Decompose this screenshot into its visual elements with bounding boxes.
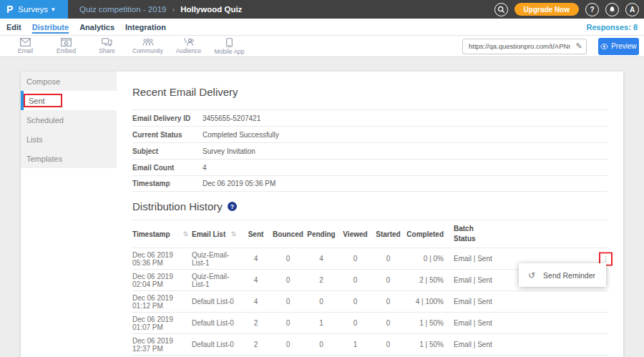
- cell-batch-status: Email | Sent: [444, 276, 509, 284]
- field-row: Subject Survey Invitation: [132, 142, 608, 159]
- channel-embed-label: Embed: [57, 47, 76, 54]
- send-reminder-icon: ↺: [528, 270, 535, 280]
- sort-icon[interactable]: ⇅: [182, 230, 188, 238]
- sort-icon[interactable]: ⇅: [230, 230, 236, 238]
- breadcrumb-current: Hollywood Quiz: [180, 5, 242, 14]
- chevron-down-icon: ▾: [52, 6, 55, 13]
- sidebar-item-compose[interactable]: Compose: [21, 72, 117, 91]
- field-row: Email Count 4: [132, 159, 608, 175]
- cell-started: 0: [372, 319, 404, 327]
- cell-started: 0: [372, 255, 404, 263]
- cell-email-list: Quiz-Email-List-1: [192, 251, 240, 267]
- channel-community[interactable]: Community: [127, 38, 168, 54]
- channel-embed[interactable]: Embed: [46, 38, 87, 54]
- edit-url-button[interactable]: ✎: [572, 41, 586, 51]
- breadcrumb-parent-link[interactable]: Quiz competition - 2019: [79, 5, 166, 14]
- recent-delivery-table: Email Delivery ID 3455655-5207421 Curren…: [132, 109, 608, 192]
- channel-share[interactable]: Share: [87, 38, 127, 54]
- cell-completed: 1 | 50%: [404, 341, 444, 348]
- cell-pending: 1: [304, 319, 338, 327]
- top-bar: P Surveys ▾ Quiz competition - 2019 › Ho…: [0, 0, 644, 19]
- table-row: Dec 06 2019 01:12 PM Default List-0 4 0 …: [132, 291, 608, 313]
- distribution-history-title: Distribution History: [132, 200, 223, 212]
- field-label: Email Delivery ID: [132, 114, 203, 122]
- survey-url-box: ✎: [462, 39, 587, 54]
- column-header-batch-status: Batch Status: [444, 224, 509, 245]
- survey-section-nav: Edit Distribute Analytics Integration Re…: [0, 19, 644, 36]
- channel-audience-label: Audience: [176, 47, 201, 54]
- account-avatar[interactable]: A: [625, 3, 639, 16]
- cell-batch-status: Email | Sent: [444, 319, 509, 327]
- sidebar-item-lists[interactable]: Lists: [21, 129, 117, 149]
- cell-timestamp: Dec 06 2019 01:07 PM: [132, 316, 192, 331]
- cell-bounced: 0: [272, 341, 304, 348]
- cell-timestamp: Dec 06 2019 02:04 PM: [132, 273, 192, 288]
- help-icon[interactable]: ?: [228, 202, 237, 211]
- distribute-toolbar: Email Embed Share Community Audience Mob…: [0, 36, 644, 57]
- cell-pending: 0: [304, 341, 338, 348]
- sidebar-item-label: Compose: [26, 77, 60, 86]
- distribution-history-table: Timestamp⇅ Email List⇅ Sent Bounced Pend…: [132, 220, 608, 356]
- tab-distribute[interactable]: Distribute: [32, 23, 69, 31]
- field-label: Email Count: [132, 164, 203, 172]
- community-icon: [142, 38, 154, 47]
- mobile-app-icon: [226, 38, 233, 47]
- table-row: Dec 06 2019 01:07 PM Default List-0 2 0 …: [132, 313, 608, 334]
- cell-sent: 4: [240, 276, 272, 284]
- sidebar-item-sent[interactable]: Sent: [21, 91, 117, 110]
- tab-analytics[interactable]: Analytics: [79, 23, 114, 31]
- sidebar-item-templates[interactable]: Templates: [21, 149, 117, 168]
- field-value: 3455655-5207421: [203, 114, 260, 122]
- top-bar-actions: Upgrade Now ? A: [494, 3, 644, 16]
- questionpro-logo: P: [6, 4, 13, 15]
- cell-completed: 4 | 100%: [404, 298, 444, 305]
- column-label: Batch Status: [454, 224, 479, 245]
- cell-pending: 4: [304, 255, 338, 263]
- help-button[interactable]: ?: [585, 3, 599, 16]
- cell-bounced: 0: [272, 319, 304, 327]
- field-value: Completed Successfully: [203, 131, 279, 139]
- surveys-menu-label: Surveys: [18, 5, 48, 14]
- cell-viewed: 1: [338, 341, 372, 348]
- sent-page-card: Compose Sent Scheduled Lists Templates R…: [21, 72, 623, 357]
- field-value: 4: [203, 164, 207, 172]
- search-button[interactable]: [494, 3, 508, 16]
- cell-started: 0: [372, 276, 404, 284]
- email-icon: [20, 38, 31, 47]
- questionpro-app: P Surveys ▾ Quiz competition - 2019 › Ho…: [0, 0, 644, 357]
- responses-count-link[interactable]: Responses: 8: [586, 23, 638, 31]
- surveys-product-menu[interactable]: P Surveys ▾: [0, 0, 68, 19]
- cell-completed: 0 | 0%: [404, 255, 444, 263]
- cell-timestamp: Dec 06 2019 12:37 PM: [132, 337, 192, 353]
- breadcrumb-separator-icon: ›: [172, 5, 175, 14]
- row-actions-menu-button[interactable]: ⋮: [600, 253, 611, 264]
- cell-timestamp: Dec 06 2019 05:36 PM: [132, 251, 192, 267]
- survey-url-input[interactable]: [463, 42, 572, 50]
- audience-icon: [183, 38, 195, 47]
- tab-edit[interactable]: Edit: [6, 23, 21, 31]
- field-row: Current Status Completed Successfully: [132, 126, 608, 142]
- upgrade-now-button[interactable]: Upgrade Now: [514, 3, 579, 16]
- embed-icon: [61, 38, 72, 47]
- email-sidebar: Compose Sent Scheduled Lists Templates: [21, 72, 117, 168]
- channel-audience[interactable]: Audience: [168, 38, 209, 54]
- cell-email-list: Default List-0: [192, 298, 240, 305]
- channel-email[interactable]: Email: [5, 38, 46, 54]
- tab-integration[interactable]: Integration: [125, 23, 166, 31]
- cell-bounced: 0: [272, 298, 304, 305]
- field-label: Subject: [132, 147, 203, 155]
- cell-completed: 2 | 50%: [404, 276, 444, 284]
- search-icon: [497, 6, 505, 14]
- column-header-completed: Completed: [404, 230, 444, 238]
- cell-batch-status: Email | Sent: [444, 255, 509, 263]
- menu-item-send-reminder[interactable]: Send Reminder: [543, 271, 595, 280]
- channel-mobile-app[interactable]: Mobile App: [209, 38, 250, 55]
- notifications-button[interactable]: [605, 3, 619, 16]
- channel-community-label: Community: [132, 47, 163, 54]
- cell-pending: 2: [304, 276, 338, 284]
- sent-content: Recent Email Delivery Email Delivery ID …: [117, 72, 623, 356]
- field-row: Email Delivery ID 3455655-5207421: [132, 109, 608, 126]
- channel-share-label: Share: [99, 47, 115, 54]
- sidebar-item-scheduled[interactable]: Scheduled: [21, 110, 117, 129]
- preview-button[interactable]: Preview: [598, 38, 639, 55]
